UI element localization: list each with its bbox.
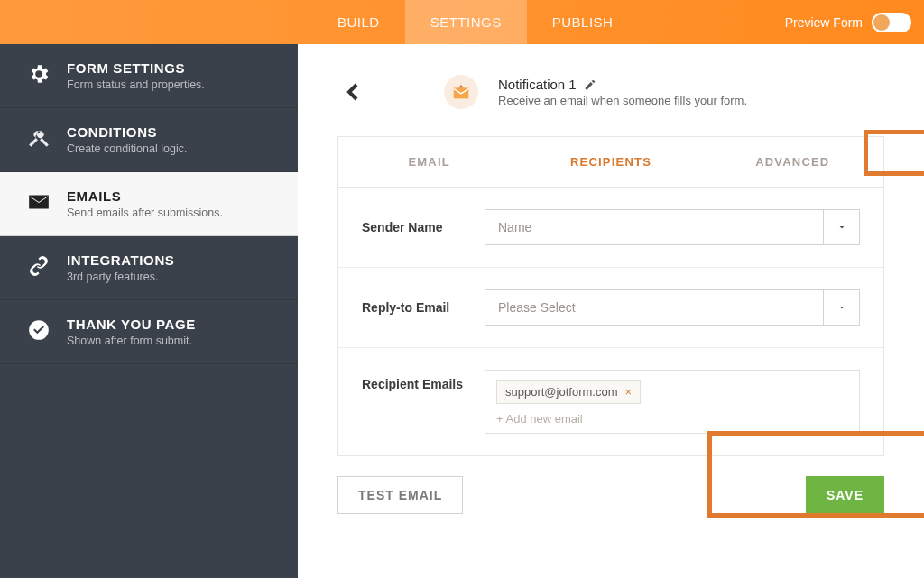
main-content: Notification 1 Receive an email when som…	[298, 44, 924, 578]
check-circle-icon	[25, 317, 52, 344]
label-sender-name: Sender Name	[362, 220, 468, 234]
footer-row: TEST EMAIL SAVE	[337, 476, 884, 514]
test-email-button[interactable]: TEST EMAIL	[337, 476, 463, 514]
select-sender-name[interactable]: Name	[485, 209, 860, 245]
email-chip: support@jotform.com ×	[496, 380, 641, 404]
panel-tab-recipients[interactable]: RECIPIENTS	[520, 137, 701, 187]
settings-panel: EMAIL RECIPIENTS ADVANCED Sender Name Na…	[337, 136, 884, 456]
form-section: Sender Name Name Reply-to Email Please S…	[338, 188, 883, 455]
sidebar-text: THANK YOU PAGE Shown after form submit.	[67, 317, 196, 347]
sidebar-title: INTEGRATIONS	[67, 252, 174, 268]
toggle-knob	[873, 14, 890, 31]
sidebar: FORM SETTINGS Form status and properties…	[0, 44, 298, 578]
sidebar-sub: Form status and properties.	[67, 78, 205, 91]
save-button[interactable]: SAVE	[806, 476, 884, 514]
chevron-down-icon	[823, 290, 859, 325]
header-row: Notification 1 Receive an email when som…	[337, 75, 884, 109]
sidebar-item-integrations[interactable]: INTEGRATIONS 3rd party features.	[0, 236, 298, 300]
sidebar-item-form-settings[interactable]: FORM SETTINGS Form status and properties…	[0, 44, 298, 108]
tab-build[interactable]: BUILD	[312, 0, 405, 44]
chip-text: support@jotform.com	[505, 385, 617, 399]
topbar-right: Preview Form	[785, 0, 924, 44]
top-bar: BUILD SETTINGS PUBLISH Preview Form	[0, 0, 924, 44]
select-reply-to[interactable]: Please Select	[485, 289, 860, 326]
link-icon	[25, 252, 52, 280]
select-value: Please Select	[498, 300, 576, 315]
sidebar-text: FORM SETTINGS Form status and properties…	[67, 60, 205, 91]
sidebar-sub: Send emails after submissions.	[67, 206, 223, 219]
gear-icon	[25, 60, 52, 87]
panel-tabs: EMAIL RECIPIENTS ADVANCED	[338, 137, 883, 188]
label-reply-to: Reply-to Email	[362, 300, 468, 315]
remove-email-button[interactable]: ×	[624, 385, 632, 399]
label-recipient-emails: Recipient Emails	[362, 370, 468, 391]
sidebar-item-conditions[interactable]: CONDITIONS Create conditional logic.	[0, 108, 298, 172]
notification-desc: Receive an email when someone fills your…	[498, 94, 747, 107]
sidebar-sub: Shown after form submit.	[67, 335, 196, 347]
sidebar-title: THANK YOU PAGE	[67, 317, 196, 332]
recipient-emails-input[interactable]: support@jotform.com × + Add new email	[485, 370, 860, 434]
edit-title-button[interactable]	[584, 78, 596, 91]
topbar-spacer	[0, 0, 312, 44]
tab-publish[interactable]: PUBLISH	[527, 0, 639, 44]
back-button[interactable]	[343, 81, 365, 103]
row-sender-name: Sender Name Name	[338, 188, 883, 268]
add-email-button[interactable]: + Add new email	[496, 412, 848, 426]
topbar-tabs: BUILD SETTINGS PUBLISH	[312, 0, 638, 44]
sidebar-title: EMAILS	[67, 188, 223, 204]
sidebar-item-thank-you[interactable]: THANK YOU PAGE Shown after form submit.	[0, 300, 298, 364]
body: FORM SETTINGS Form status and properties…	[0, 44, 924, 578]
sidebar-sub: Create conditional logic.	[67, 142, 187, 155]
notification-icon	[444, 75, 478, 109]
envelope-icon	[25, 188, 52, 216]
panel-tab-email[interactable]: EMAIL	[338, 137, 520, 187]
preview-form-label: Preview Form	[785, 15, 863, 30]
chevron-down-icon	[823, 210, 859, 244]
sidebar-item-emails[interactable]: EMAILS Send emails after submissions.	[0, 172, 298, 236]
tab-settings[interactable]: SETTINGS	[405, 0, 527, 44]
notification-title: Notification 1	[498, 77, 577, 92]
sidebar-title: CONDITIONS	[67, 124, 187, 140]
tools-icon	[25, 124, 52, 151]
panel-tab-advanced[interactable]: ADVANCED	[702, 137, 883, 187]
header-texts: Notification 1 Receive an email when som…	[498, 77, 747, 107]
sidebar-text: CONDITIONS Create conditional logic.	[67, 124, 187, 155]
sidebar-text: INTEGRATIONS 3rd party features.	[67, 252, 174, 283]
sidebar-sub: 3rd party features.	[67, 271, 174, 283]
sidebar-text: EMAILS Send emails after submissions.	[67, 188, 223, 219]
row-recipient-emails: Recipient Emails support@jotform.com × +…	[338, 348, 883, 455]
sidebar-title: FORM SETTINGS	[67, 60, 205, 76]
select-value: Name	[498, 220, 531, 234]
row-reply-to: Reply-to Email Please Select	[338, 268, 883, 348]
preview-toggle[interactable]	[872, 13, 911, 32]
